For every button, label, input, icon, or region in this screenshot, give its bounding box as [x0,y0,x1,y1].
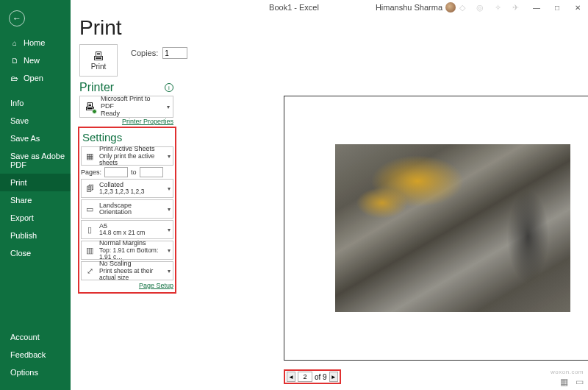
print-button-label: Print [91,63,107,71]
close-button[interactable]: ✕ [567,0,588,15]
sidebar-item-label: Account [10,333,40,341]
print-button[interactable]: 🖶 Print [79,44,118,77]
zoom-to-page-button[interactable]: ▭ [576,377,584,387]
paper-size-selector[interactable]: ▯ A514.8 cm x 21 cm ▾ [81,220,173,239]
page-total-label: of 9 [315,373,327,381]
print-backstage: Print 🖶 Print Copies: Printer i 🖶 Micros… [71,15,588,390]
user-name: Himanshu Sharma [376,3,442,12]
chevron-down-icon: ▾ [168,247,171,254]
sidebar-item-print[interactable]: Print [0,174,71,191]
chevron-down-icon: ▾ [168,227,171,233]
sidebar-item-label: Open [24,74,43,82]
window-title: Book1 - Excel [269,3,319,12]
orientation-selector[interactable]: ▭ Landscape Orientation ▾ [81,199,173,219]
sidebar-item-export[interactable]: Export [0,209,71,227]
sidebar-item-label: Save As [10,134,40,143]
pages-label: Pages: [81,169,101,176]
page-icon: ▯ [84,224,96,235]
printer-section-header: Printer i [71,77,173,96]
sidebar-item-saveas[interactable]: Save As [0,130,71,147]
sidebar-item-label: Save [10,116,29,125]
page-title: Print [71,15,588,44]
settings-section-header: Settings [81,131,173,145]
copies-input[interactable] [162,47,187,59]
sidebar-item-label: Share [10,196,32,205]
pages-from-input[interactable] [104,167,128,177]
sidebar-item-info[interactable]: Info [0,94,71,112]
chevron-down-icon: ▾ [167,104,170,110]
watermark: woxon.com [551,369,584,375]
sidebar-item-save[interactable]: Save [0,112,71,130]
sidebar-item-options[interactable]: Options [0,364,71,381]
sidebar-item-label: Close [10,249,31,258]
info-icon[interactable]: i [165,83,173,92]
printer-properties-link[interactable]: Printer Properties [122,118,173,125]
sidebar-item-label: Save as Adobe PDF [10,152,71,169]
current-page-input[interactable] [298,372,312,382]
sidebar-item-save-adobe-pdf[interactable]: Save as Adobe PDF [0,147,71,174]
printer-name: Microsoft Print to PDF [101,96,162,110]
user-account[interactable]: Himanshu Sharma [376,2,456,13]
new-icon: 🗋 [10,57,19,65]
printer-icon: 🖶 [93,51,104,63]
maximize-button[interactable]: □ [547,0,567,15]
pages-to-label: to [131,169,137,176]
chevron-down-icon: ▾ [168,153,171,160]
sidebar-item-close[interactable]: Close [0,244,71,262]
sidebar-item-new[interactable]: 🗋New [0,52,71,69]
page-setup-link[interactable]: Page Setup [139,282,173,289]
pages-range-row: Pages: to [81,167,173,177]
preview-image [335,144,570,312]
status-ready-icon [92,109,97,114]
sidebar-item-label: Info [10,99,24,107]
margins-selector[interactable]: ▥ Normal MarginsTop: 1.91 cm Bottom: 1.9… [81,241,173,260]
sidebar-item-label: New [24,56,40,65]
backstage-sidebar: ← ⌂Home 🗋New 🗁Open Info Save Save As Sav… [0,0,71,390]
preview-tools: ▦ ▭ [560,377,584,387]
scaling-selector[interactable]: ⤢ No ScalingPrint sheets at their actual… [81,261,173,280]
pages-to-input[interactable] [140,167,163,177]
sheet-icon: ▦ [84,150,96,162]
sidebar-item-label: Options [10,368,38,377]
sidebar-item-label: Export [10,213,34,222]
sidebar-item-label: Home [24,38,45,47]
sidebar-item-home[interactable]: ⌂Home [0,34,71,52]
titlebar-decoration: ◇ ◎ ✧ ✈ [459,3,523,13]
sidebar-item-feedback[interactable]: Feedback [0,346,71,364]
next-page-button[interactable]: ► [329,372,338,382]
avatar [445,2,456,13]
printer-selector[interactable]: 🖶 Microsoft Print to PDF Ready ▾ [79,96,173,118]
print-preview [284,96,588,361]
chevron-down-icon: ▾ [168,268,171,274]
printer-icon: 🖶 [83,100,96,113]
back-button[interactable]: ← [9,10,25,26]
chevron-down-icon: ▾ [168,206,171,213]
sidebar-item-share[interactable]: Share [0,191,71,209]
chevron-down-icon: ▾ [168,185,171,192]
title-bar: Book1 - Excel Himanshu Sharma ◇ ◎ ✧ ✈ — … [0,0,588,15]
home-icon: ⌂ [10,39,19,47]
minimize-button[interactable]: — [526,0,547,15]
page-navigator: ◄ of 9 ► [284,369,341,384]
copies-label: Copies: [131,49,158,57]
printer-status: Ready [101,110,162,118]
print-what-selector[interactable]: ▦ Print Active SheetsOnly print the acti… [81,146,173,166]
sidebar-item-publish[interactable]: Publish [0,227,71,244]
sidebar-item-account[interactable]: Account [0,328,71,346]
sidebar-item-open[interactable]: 🗁Open [0,69,71,87]
open-icon: 🗁 [10,74,19,82]
window-controls: — □ ✕ [526,0,588,15]
sidebar-item-label: Publish [10,231,37,240]
collate-icon: 🗐 [84,182,96,194]
sidebar-item-label: Feedback [10,350,46,359]
scaling-icon: ⤢ [84,265,96,277]
collation-selector[interactable]: 🗐 Collated1,2,3 1,2,3 1,2,3 ▾ [81,179,173,198]
margins-icon: ▥ [84,244,96,256]
settings-panel: Settings ▦ Print Active SheetsOnly print… [78,127,176,294]
prev-page-button[interactable]: ◄ [287,372,295,382]
sidebar-item-label: Print [10,178,27,187]
show-margins-button[interactable]: ▦ [560,377,568,387]
landscape-icon: ▭ [84,203,96,215]
